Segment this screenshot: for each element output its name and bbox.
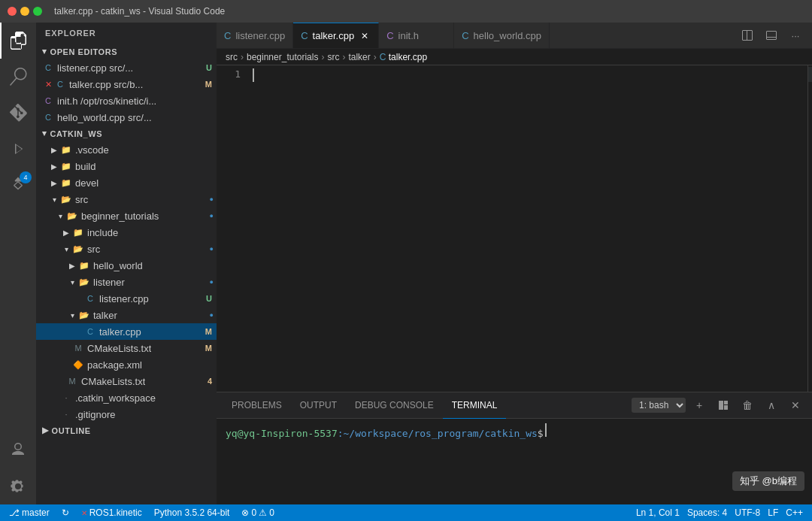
tree-vscode[interactable]: ▶ 📁 .vscode (36, 141, 217, 158)
sidebar: EXPLORER ▾ OPEN EDITORS C listener.cpp s… (36, 23, 217, 504)
tree-devel[interactable]: ▶ 📁 devel (36, 174, 217, 191)
activity-account-icon[interactable] (0, 432, 36, 468)
chevron-down-icon: ▾ (54, 210, 66, 222)
tree-talker-folder[interactable]: ▾ 📂 talker ● (36, 307, 217, 323)
terminal-content[interactable]: yq@yq-Inspiron-5537:~/workspace/ros_prog… (217, 419, 812, 504)
shell-selector[interactable]: 1: bash (632, 398, 686, 413)
open-editor-talker[interactable]: ✕ C talker.cpp src/b... M (36, 76, 217, 92)
kill-terminal-button[interactable]: 🗑 (737, 395, 758, 416)
folder-open-icon: 📂 (78, 309, 90, 321)
catkin-ws-header[interactable]: ▾ CATKIN_WS (36, 126, 217, 141)
status-right: Ln 1, Col 1 Spaces: 4 UTF-8 LF C++ (633, 507, 806, 518)
position-label: Ln 1, Col 1 (636, 507, 680, 518)
code-editor[interactable]: 1 (217, 65, 812, 392)
ros-label: ROS1.kinetic (89, 507, 142, 518)
more-actions-button[interactable]: ··· (785, 25, 806, 46)
close-button[interactable] (8, 7, 17, 16)
tree-src2[interactable]: ▾ 📂 src ● (36, 241, 217, 257)
terminal-area: PROBLEMS OUTPUT DEBUG CONSOLE TERMINAL 1… (217, 392, 812, 504)
chevron-down-icon: ▾ (60, 243, 72, 255)
cmake-icon: M (66, 375, 78, 387)
collapse-terminal-button[interactable]: ∧ (761, 395, 782, 416)
window-controls[interactable] (8, 7, 42, 16)
open-editor-hello-world[interactable]: C hello_world.cpp src/... (36, 109, 217, 126)
ros-kinetic-status[interactable]: ✕ ROS1.kinetic (78, 507, 145, 518)
activity-files-icon[interactable] (0, 23, 36, 59)
tree-package-xml[interactable]: 🔶 package.xml (36, 356, 217, 373)
tab-label: init.h (398, 30, 419, 41)
language-mode[interactable]: C++ (783, 507, 806, 518)
tree-listener-cpp[interactable]: C listener.cpp U (36, 290, 217, 307)
activity-settings-icon[interactable] (0, 468, 36, 504)
close-terminal-button[interactable]: ✕ (785, 395, 806, 416)
tree-cmakelists1[interactable]: M CMakeLists.txt M (36, 340, 217, 356)
maximize-button[interactable] (33, 7, 42, 16)
breadcrumb-talker-cpp[interactable]: C talker.cpp (380, 52, 427, 62)
cpp-file-icon: C (84, 292, 96, 304)
git-branch-icon: ⎇ (9, 507, 20, 518)
code-content[interactable] (247, 65, 807, 392)
activity-search-icon[interactable] (0, 59, 36, 95)
line-number-1: 1 (217, 68, 241, 80)
dot-indicator: ● (210, 212, 214, 220)
breadcrumb-src2[interactable]: src (327, 52, 339, 62)
error-icon: ⊗ (241, 507, 249, 518)
encoding-setting[interactable]: UTF-8 (732, 507, 763, 518)
new-terminal-button[interactable]: + (689, 395, 710, 416)
error-count[interactable]: ⊗ 0 ⚠ 0 (238, 507, 277, 518)
open-editors-header[interactable]: ▾ OPEN EDITORS (36, 44, 217, 59)
tree-cmakelists2[interactable]: M CMakeLists.txt 4 (36, 373, 217, 389)
terminal-tab-bar: PROBLEMS OUTPUT DEBUG CONSOLE TERMINAL 1… (217, 392, 812, 419)
tree-talker-cpp[interactable]: C talker.cpp M (36, 323, 217, 340)
tab-init-h[interactable]: C init.h (379, 23, 454, 48)
sync-button[interactable]: ↻ (59, 507, 72, 518)
tab-debug-console[interactable]: DEBUG CONSOLE (346, 392, 443, 419)
terminal-path: :~/workspace/ros_program/catkin_ws (338, 428, 538, 439)
open-editor-init[interactable]: C init.h /opt/ros/kinetic/i... (36, 92, 217, 109)
tree-build[interactable]: ▶ 📁 build (36, 158, 217, 174)
badge-u: U (206, 63, 212, 72)
activity-git-icon[interactable] (0, 95, 36, 131)
tab-output[interactable]: OUTPUT (291, 392, 346, 419)
tree-hello-world[interactable]: ▶ 📁 hello_world (36, 257, 217, 274)
chevron-down-icon: ▾ (42, 129, 47, 138)
breadcrumb-src[interactable]: src (226, 52, 238, 62)
tab-hello-world[interactable]: C hello_world.cpp (454, 23, 550, 48)
cpp-tab-icon: C (224, 30, 231, 41)
activity-extensions-icon[interactable]: 4 (0, 167, 36, 203)
open-editor-listener[interactable]: C listener.cpp src/... U (36, 59, 217, 76)
tree-gitignore[interactable]: · .gitignore (36, 406, 217, 423)
breadcrumb-talker[interactable]: talker (348, 52, 370, 62)
tree-catkin-workspace[interactable]: · .catkin_workspace (36, 389, 217, 406)
tab-listener-cpp[interactable]: C listener.cpp (217, 23, 293, 48)
line-ending-setting[interactable]: LF (765, 507, 781, 518)
tree-include[interactable]: ▶ 📁 include (36, 224, 217, 241)
tab-bar-actions: ··· (731, 23, 812, 48)
line-numbers: 1 (217, 65, 247, 392)
breadcrumb-beginner[interactable]: beginner_tutorials (247, 52, 318, 62)
outline-header[interactable]: ▶ OUTLINE (36, 423, 217, 438)
chevron-right-icon: ▶ (48, 160, 60, 172)
git-branch[interactable]: ⎇ master (6, 507, 53, 518)
tab-label: talker.cpp (313, 30, 355, 41)
tree-listener-folder[interactable]: ▾ 📂 listener ● (36, 274, 217, 290)
close-tab-button[interactable]: ✕ (359, 30, 371, 42)
tab-problems[interactable]: PROBLEMS (223, 392, 291, 419)
tab-terminal[interactable]: TERMINAL (443, 392, 507, 419)
cursor-position[interactable]: Ln 1, Col 1 (633, 507, 683, 518)
minimize-button[interactable] (20, 7, 29, 16)
tree-beginner-tutorials[interactable]: ▾ 📂 beginner_tutorials ● (36, 207, 217, 224)
badge-m: M (205, 327, 212, 336)
dot-indicator: ● (210, 245, 214, 253)
toggle-panel-button[interactable] (761, 25, 782, 46)
split-editor-button[interactable] (737, 25, 758, 46)
dot-indicator: ● (210, 278, 214, 286)
split-terminal-button[interactable] (713, 395, 734, 416)
editor-cursor-line (253, 68, 801, 82)
spaces-setting[interactable]: Spaces: 4 (684, 507, 730, 518)
python-status[interactable]: Python 3.5.2 64-bit (151, 507, 233, 518)
tab-talker-cpp[interactable]: C talker.cpp ✕ (293, 23, 379, 48)
tree-src[interactable]: ▾ 📂 src ● (36, 191, 217, 207)
folder-open-icon: 📂 (72, 243, 84, 255)
activity-run-icon[interactable] (0, 131, 36, 167)
